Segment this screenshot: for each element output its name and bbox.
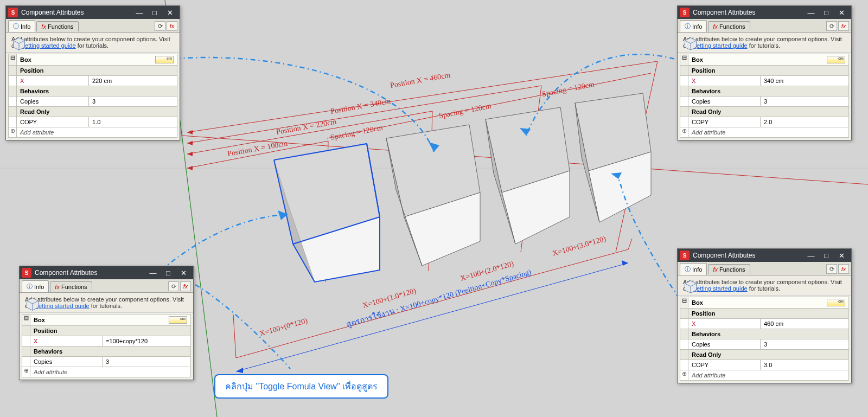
svg-marker-15 (187, 141, 193, 145)
close-button[interactable]: ✕ (834, 249, 849, 262)
svg-text:Spacing = 120cm: Spacing = 120cm (438, 101, 492, 119)
titlebar[interactable]: S Component Attributes — □ ✕ (6, 6, 180, 19)
svg-text:X=100+(3.0*120): X=100+(3.0*120) (552, 234, 608, 258)
tab-functions[interactable]: fxFunctions (708, 21, 750, 31)
component-attributes-panel-2: S Component Attributes —□✕ ⓘInfo fxFunct… (19, 266, 194, 380)
refresh-button[interactable]: ⟳ (155, 21, 165, 31)
box-3 (486, 107, 570, 244)
titlebar[interactable]: S Component Attributes —□✕ (678, 6, 851, 19)
tab-info[interactable]: ⓘInfo (8, 20, 35, 32)
cube-icon (11, 36, 27, 51)
component-name: Box (20, 56, 31, 63)
close-button[interactable]: ✕ (834, 6, 849, 19)
attr-copies-label: Copies (17, 97, 89, 106)
titlebar[interactable]: S Component Attributes —□✕ (678, 249, 851, 262)
tab-info[interactable]: ⓘInfo (680, 263, 707, 275)
window-title: Component Attributes (693, 9, 803, 16)
section-position: Position (17, 66, 177, 75)
svg-marker-40 (622, 260, 628, 266)
svg-text:X=100+(0*120): X=100+(0*120) (259, 316, 309, 338)
component-attributes-panel-3: S Component Attributes —□✕ ⓘInfo fxFunct… (677, 5, 852, 140)
getting-started-link[interactable]: getting started guide (35, 303, 90, 309)
collapse-toggle[interactable]: ⊟ (9, 54, 17, 65)
add-attribute-button[interactable]: ⊕ (9, 127, 17, 137)
tab-info[interactable]: ⓘInfo (22, 280, 49, 292)
attr-x-value[interactable]: 220 cm (89, 76, 177, 86)
attr-x-label: X (17, 76, 89, 86)
refresh-button[interactable]: ⟳ (168, 281, 179, 291)
app-icon: S (680, 251, 690, 260)
svg-line-35 (538, 249, 628, 274)
close-button[interactable]: ✕ (162, 6, 177, 19)
section-readonly: Read Only (17, 107, 177, 117)
maximize-button[interactable]: □ (819, 249, 834, 262)
toggle-formula-button[interactable]: fx (180, 281, 191, 291)
getting-started-link[interactable]: getting started guide (693, 42, 748, 49)
getting-started-link[interactable]: getting started guide (693, 285, 748, 292)
cube-icon (683, 36, 698, 51)
svg-marker-14 (187, 130, 193, 134)
svg-text:Position X = 340cm: Position X = 340cm (330, 97, 392, 116)
section-behaviors: Behaviors (17, 86, 177, 96)
minimize-button[interactable]: — (803, 249, 819, 262)
svg-text:Spacing = 120cm: Spacing = 120cm (330, 123, 384, 141)
toggle-formula-button[interactable]: fx (838, 21, 849, 31)
svg-line-32 (236, 328, 343, 358)
app-icon: S (8, 8, 18, 17)
component-attributes-panel-1: S Component Attributes — □ ✕ ⓘInfo fxFun… (5, 5, 180, 140)
maximize-button[interactable]: □ (147, 6, 162, 19)
attr-x-formula[interactable]: =100+copy*120 (103, 336, 190, 346)
add-attribute-label[interactable]: Add attribute (17, 127, 177, 137)
tab-info[interactable]: ⓘInfo (680, 20, 707, 32)
units-indicator[interactable]: cm (155, 56, 174, 63)
cube-icon (25, 296, 40, 311)
getting-started-link[interactable]: getting started guide (22, 42, 76, 49)
svg-marker-39 (236, 368, 243, 373)
box-1 (274, 144, 380, 282)
refresh-button[interactable]: ⟳ (826, 264, 837, 274)
app-icon: S (22, 268, 31, 278)
svg-line-36 (233, 315, 236, 358)
callout-tip: คลิกปุ่ม "Toggle Fomula View" เพื่อดูสูต… (214, 374, 388, 399)
minimize-button[interactable]: — (803, 6, 819, 19)
cube-icon (683, 279, 698, 294)
refresh-button[interactable]: ⟳ (826, 21, 837, 31)
app-icon: S (680, 8, 690, 17)
svg-line-38 (236, 263, 628, 371)
attr-copy-value[interactable]: 1.0 (89, 117, 177, 127)
svg-marker-16 (187, 152, 193, 156)
tab-functions[interactable]: fxFunctions (708, 264, 750, 274)
maximize-button[interactable]: □ (161, 266, 176, 279)
svg-marker-17 (187, 166, 193, 170)
tab-functions[interactable]: fxFunctions (50, 281, 92, 292)
attr-copy-label: COPY (17, 117, 89, 127)
window-title: Component Attributes (35, 269, 145, 277)
box-4 (575, 93, 651, 222)
toggle-formula-button[interactable]: fx (167, 21, 177, 31)
window-title: Component Attributes (693, 252, 803, 259)
toggle-formula-button[interactable]: fx (838, 264, 849, 274)
svg-text:Position X = 460cm: Position X = 460cm (390, 71, 451, 89)
close-button[interactable]: ✕ (176, 266, 191, 279)
component-attributes-panel-4: S Component Attributes —□✕ ⓘInfo fxFunct… (677, 248, 852, 383)
window-title: Component Attributes (21, 9, 132, 16)
tab-functions[interactable]: fxFunctions (36, 21, 78, 31)
maximize-button[interactable]: □ (819, 6, 834, 19)
minimize-button[interactable]: — (145, 266, 161, 279)
attr-copies-value[interactable]: 3 (89, 97, 177, 106)
svg-text:Spacing = 120cm: Spacing = 120cm (541, 80, 595, 98)
svg-line-37 (628, 239, 632, 249)
minimize-button[interactable]: — (132, 6, 147, 19)
titlebar[interactable]: S Component Attributes —□✕ (20, 266, 193, 279)
